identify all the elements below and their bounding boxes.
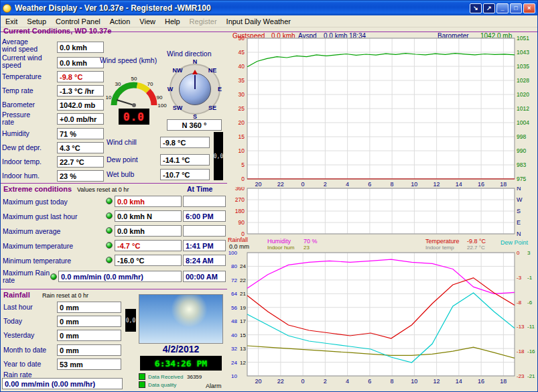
max-temperature-time: 1:41 PM [183, 240, 226, 251]
at-time-header: At Time [187, 186, 212, 193]
indoor-temp-legend-value: 22.7 °C [467, 245, 485, 251]
wet-bulb-label: Wet bulb [107, 171, 155, 178]
wind-direction-chart: 360270180900NWSEN [228, 187, 538, 238]
menu-help[interactable]: Help [160, 17, 185, 26]
menubar: Exit Setup Control Panel Action View Hel… [1, 15, 537, 27]
rainfall-axis-label: Rainfall [228, 237, 248, 243]
humidity-label: Humidity [2, 130, 57, 137]
svg-text:1004: 1004 [517, 119, 529, 126]
temperature-legend-value: -9.8 °C [467, 238, 486, 245]
app-icon [3, 4, 11, 13]
max-rain-rate-label: Maximum Rain rate [3, 269, 50, 284]
svg-text:24: 24 [231, 360, 237, 366]
svg-text:-3: -3 [517, 275, 522, 281]
menu-input-daily-weather[interactable]: Input Daily Weather [222, 17, 295, 26]
maximize-button[interactable]: □ [510, 3, 522, 13]
min-temperature-time: 8:24 AM [183, 255, 226, 266]
temp-rate-label: Temp rate [2, 87, 57, 94]
svg-text:4: 4 [346, 378, 349, 385]
pressure-rate-value: +0.0 mb/hr [57, 113, 104, 125]
svg-text:-11: -11 [527, 324, 535, 330]
svg-text:17: 17 [240, 318, 246, 324]
min-temperature-value: -16.0 °C [115, 255, 182, 266]
svg-text:22: 22 [277, 378, 284, 385]
max-rain-rate-led [50, 273, 57, 280]
svg-text:20: 20 [255, 378, 262, 385]
pin-button[interactable]: ↗ [483, 3, 495, 13]
compass-point-se: SE [208, 105, 216, 111]
indoor-hum-legend-value: 23 [304, 245, 310, 251]
temperature-humidity-chart: 2022024681012141618100807264564840322410… [228, 250, 538, 387]
wet-bulb-value: -10.7 °C [160, 169, 210, 180]
rain-month-to-date-label: Month to date [3, 346, 57, 354]
menu-setup[interactable]: Setup [22, 17, 51, 26]
max-temperature-value: -4.7 °C [115, 240, 182, 251]
wind-direction-value: N 360 ° [167, 119, 222, 131]
indoor-humidity-label: Indoor hum. [2, 172, 57, 180]
current-conditions-header: Current Conditions, WD 10.37e [3, 27, 111, 35]
svg-text:-6: -6 [527, 300, 533, 306]
compass-needle-icon [194, 75, 196, 89]
max-average-time [183, 225, 226, 237]
wind-speed-lcd: 0.0 [119, 109, 149, 125]
wind-barometer-chart: 2022024681012141618504540353025201510501… [228, 36, 538, 190]
rainfall-reset-note: Rain reset at 0 hr [42, 292, 88, 299]
compass-point-ne: NE [208, 67, 217, 74]
svg-text:W: W [517, 196, 523, 203]
max-average-label: Maximum average [3, 228, 103, 235]
svg-text:1043: 1043 [517, 49, 529, 56]
rain-rate-value: 0.00 mm/min (0.00 mm/hr) [2, 378, 123, 389]
rainfall-header: Rainfall [3, 291, 30, 299]
close-button[interactable]: × [523, 3, 535, 13]
menu-action[interactable]: Action [105, 17, 135, 26]
data-received-count: 36359 [187, 374, 202, 380]
svg-text:14: 14 [456, 378, 462, 385]
rain-today-label: Today [3, 318, 57, 325]
indoor-hum-legend-label: Indoor hum [267, 245, 294, 251]
svg-text:1028: 1028 [517, 77, 529, 84]
extreme-conditions-header: Extreme conditions [3, 185, 72, 193]
svg-text:E: E [517, 219, 521, 226]
max-gust-last-hour-led [106, 212, 113, 219]
gauge-tick: 30 [115, 81, 121, 87]
pop-out-button[interactable]: ↘ [470, 3, 482, 13]
menu-register: Register [185, 17, 222, 26]
compass-point-w: W [167, 86, 174, 92]
svg-text:-8: -8 [517, 300, 522, 306]
compass-north-pointer-icon [192, 70, 198, 74]
max-rain-rate-value: 0.0 mm/min (0.0 mm/hr) [58, 271, 182, 282]
data-quality-indicator [139, 381, 145, 388]
svg-text:13: 13 [240, 346, 246, 352]
menu-view[interactable]: View [135, 17, 160, 26]
svg-text:10: 10 [411, 378, 417, 385]
svg-text:24: 24 [240, 263, 246, 269]
svg-text:983: 983 [517, 161, 526, 168]
svg-text:15: 15 [240, 332, 246, 338]
svg-text:998: 998 [517, 133, 526, 140]
svg-text:-16: -16 [527, 348, 535, 354]
rainfall-rule [1, 289, 227, 289]
minimize-button[interactable]: _ [496, 3, 509, 13]
svg-text:S: S [517, 208, 521, 214]
svg-text:2: 2 [324, 378, 327, 385]
dew-point-label: Dew point [107, 156, 155, 164]
alarm-label: Alarm [206, 383, 222, 389]
current-wind-speed-label: Current wind speed [2, 54, 42, 69]
svg-text:6: 6 [368, 378, 371, 385]
svg-text:12: 12 [433, 378, 440, 385]
humidity-value: 71 % [57, 128, 104, 139]
svg-text:80: 80 [231, 263, 237, 269]
svg-text:5: 5 [241, 161, 245, 168]
dew-pt-depression-value: 4.3 °C [57, 142, 104, 153]
menu-control-panel[interactable]: Control Panel [51, 17, 105, 26]
rain-last-hour-value: 0 mm [57, 302, 121, 313]
data-quality-label: Data quality [148, 382, 176, 388]
max-average-led [106, 227, 113, 234]
menu-exit[interactable]: Exit [1, 17, 22, 26]
svg-text:1051: 1051 [517, 36, 529, 42]
gauge-tick: 90 [157, 94, 163, 101]
max-average-value: 0.0 kmh [115, 225, 182, 237]
svg-text:19: 19 [240, 305, 246, 311]
rainfall-axis-value: 0.0 mm [229, 243, 249, 250]
svg-text:10: 10 [239, 147, 245, 154]
